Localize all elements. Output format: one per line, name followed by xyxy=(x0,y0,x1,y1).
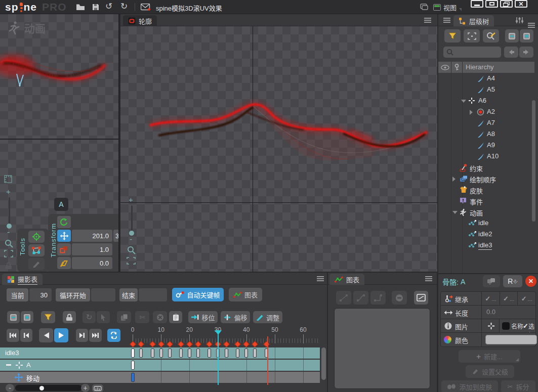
transform-value-field[interactable]: 1.0 xyxy=(72,243,112,255)
pointer-button[interactable] xyxy=(97,311,110,323)
search-prev-button[interactable] xyxy=(504,47,518,58)
hierarchy-row-A5[interactable]: A5 xyxy=(438,84,531,95)
keyframe-diamond[interactable] xyxy=(178,341,184,347)
frame-selection-button[interactable] xyxy=(464,29,480,42)
expander-closed-icon[interactable] xyxy=(470,110,473,115)
hierarchy-row-A4[interactable]: A4 xyxy=(438,73,531,84)
shear-tool-button[interactable] xyxy=(57,257,71,269)
tab-dopesheet[interactable]: 摄影表 xyxy=(2,274,43,285)
scale-tool-button[interactable] xyxy=(57,243,71,255)
search-next-button[interactable] xyxy=(519,47,533,58)
tab-outline[interactable]: 轮廓 xyxy=(123,15,157,26)
delete-keys-button[interactable] xyxy=(153,311,167,323)
tab-graph[interactable]: 图表 xyxy=(329,274,364,285)
auto-key-button[interactable]: 自动关键帧 xyxy=(172,288,224,301)
hierarchy-row-idle[interactable]: idle xyxy=(438,217,531,229)
image-color-swatch[interactable] xyxy=(502,322,510,330)
view-menu[interactable]: 视图 xyxy=(433,3,462,12)
hierarchy-row-A7[interactable]: A7 xyxy=(438,117,531,128)
copy-button[interactable] xyxy=(117,311,131,323)
dopesheet-scrollbar[interactable] xyxy=(321,347,326,384)
restore-button[interactable] xyxy=(500,0,513,8)
hierarchy-row-约束[interactable]: 约束 xyxy=(438,162,531,173)
hierarchy-row-事件[interactable]: 事件 xyxy=(438,195,531,206)
transform-value-field-2[interactable]: 39 xyxy=(113,230,119,242)
key-marker[interactable] xyxy=(225,349,228,358)
key-marker[interactable] xyxy=(244,349,248,358)
set-parent-button[interactable]: 设置父级 xyxy=(466,365,514,378)
expander-open-icon[interactable] xyxy=(461,100,466,103)
filter-button[interactable] xyxy=(444,29,461,42)
rotate-tool-button[interactable] xyxy=(57,216,71,228)
magnifier-icon[interactable] xyxy=(5,239,13,248)
filter-settings-icon[interactable] xyxy=(515,17,524,24)
keyframe-diamond[interactable] xyxy=(243,341,250,347)
expander-closed-icon[interactable] xyxy=(452,177,456,182)
bone-color-swatch[interactable] xyxy=(485,335,537,344)
close-button[interactable]: ✕ xyxy=(515,0,527,8)
minimize-button[interactable] xyxy=(471,0,483,8)
redo-button[interactable]: ↻ xyxy=(120,1,128,12)
timeline-zoom-out-button[interactable]: - xyxy=(6,384,14,392)
swap-bone-button[interactable] xyxy=(483,275,500,287)
translate-tool-button[interactable] xyxy=(57,230,71,242)
undo-button[interactable]: ↺ xyxy=(105,1,112,12)
pose-tool-button[interactable] xyxy=(28,231,45,243)
save-button[interactable] xyxy=(92,4,99,11)
lock-icon[interactable] xyxy=(5,262,12,270)
curve-bezier-button[interactable] xyxy=(353,291,368,304)
hierarchy-right-menu-icon[interactable] xyxy=(528,23,535,28)
key-marker[interactable] xyxy=(131,349,135,358)
keyframe-diamond[interactable] xyxy=(263,341,270,347)
lock-button[interactable] xyxy=(63,311,76,323)
curve-linear-button[interactable] xyxy=(336,291,351,304)
hierarchy-row-A8[interactable]: A8 xyxy=(438,128,531,140)
filter-keys-button[interactable] xyxy=(41,311,55,323)
expand-all-button[interactable] xyxy=(520,29,533,42)
paste-button[interactable] xyxy=(169,311,182,323)
expand-rows-button[interactable] xyxy=(21,311,33,323)
key-marker[interactable] xyxy=(208,349,211,358)
hierarchy-row-动画[interactable]: 动画 xyxy=(438,206,531,217)
hierarchy-row-idle2[interactable]: idle2 xyxy=(438,229,531,240)
hierarchy-row-A2[interactable]: A2 xyxy=(438,106,531,117)
shift-keys-button[interactable]: 移位 xyxy=(188,311,218,323)
zoom-out-icon[interactable]: - xyxy=(130,235,132,244)
end-frame-input[interactable] xyxy=(139,288,167,301)
expander-open-icon[interactable] xyxy=(452,211,458,214)
hierarchy-row-A10[interactable]: A10 xyxy=(438,151,531,162)
playhead-handle[interactable] xyxy=(215,330,222,335)
new-attachment-button[interactable]: + 新建... xyxy=(459,350,520,363)
reset-curve-button[interactable] xyxy=(392,291,407,304)
timeline-row-A[interactable]: A xyxy=(0,360,320,371)
timeline-row-移动[interactable]: 移动 xyxy=(0,372,320,383)
keyframe-diamond[interactable] xyxy=(158,341,164,347)
deselect-button[interactable]: ✕ xyxy=(525,276,536,287)
selected-bone-tag[interactable]: A xyxy=(54,198,68,211)
fit-view-icon[interactable] xyxy=(127,257,136,265)
hierarchy-row-A9[interactable]: A9 xyxy=(438,140,531,151)
key-marker[interactable] xyxy=(139,349,143,358)
ruler-toggle-icon[interactable] xyxy=(4,175,13,184)
create-tool-button[interactable] xyxy=(28,258,45,270)
hierarchy-row-皮肤[interactable]: 皮肤 xyxy=(438,184,531,195)
keyframe-diamond[interactable] xyxy=(167,341,173,347)
refresh-button[interactable]: ↻ xyxy=(82,311,96,323)
hierarchy-scrollbar[interactable] xyxy=(531,80,536,257)
key-marker[interactable] xyxy=(253,349,257,358)
transform-value-field[interactable]: 0.0 xyxy=(72,257,112,269)
open-button[interactable] xyxy=(76,4,85,11)
preview-split-divider[interactable] xyxy=(0,139,119,140)
loop-start-input[interactable] xyxy=(91,288,115,301)
keyframe-diamond[interactable] xyxy=(252,341,258,347)
graph-view[interactable] xyxy=(334,308,430,389)
image-axes-icon[interactable] xyxy=(487,322,495,330)
current-frame-input[interactable]: 30 xyxy=(29,288,52,301)
search-input[interactable] xyxy=(443,47,501,58)
zoom-slider-track[interactable] xyxy=(131,205,133,233)
key-marker[interactable] xyxy=(179,349,183,358)
timeline-zoom-track[interactable] xyxy=(15,385,82,391)
inherit-checkbox-cell[interactable]: ✓... xyxy=(517,292,535,306)
find-replace-button[interactable] xyxy=(483,29,499,42)
key-marker[interactable] xyxy=(151,349,154,358)
